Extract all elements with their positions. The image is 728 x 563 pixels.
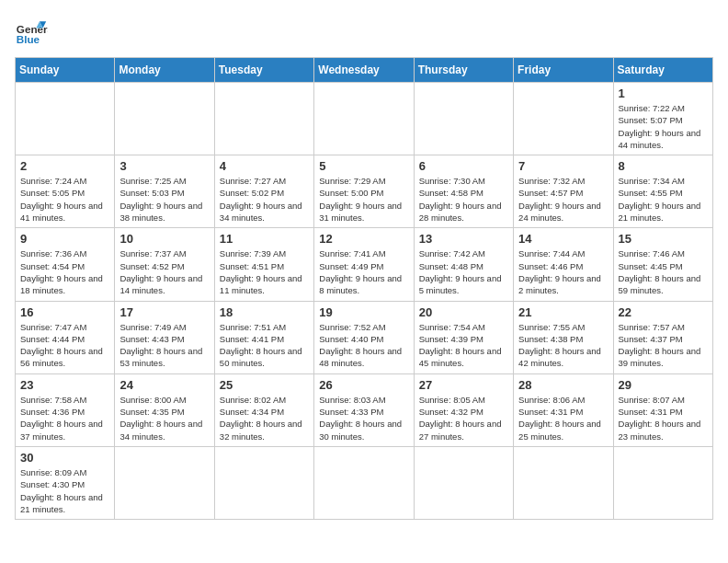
logo-icon: General Blue	[15, 15, 48, 48]
page-header: General Blue	[15, 15, 713, 48]
calendar-cell: 1Sunrise: 7:22 AM Sunset: 5:07 PM Daylig…	[613, 83, 712, 155]
column-header-tuesday: Tuesday	[214, 58, 313, 83]
day-info: Sunrise: 7:27 AM Sunset: 5:02 PM Dayligh…	[220, 175, 309, 224]
day-number: 5	[319, 159, 408, 173]
day-info: Sunrise: 7:44 AM Sunset: 4:46 PM Dayligh…	[518, 247, 608, 296]
calendar-cell: 22Sunrise: 7:57 AM Sunset: 4:37 PM Dayli…	[613, 301, 712, 373]
day-info: Sunrise: 7:58 AM Sunset: 4:36 PM Dayligh…	[20, 394, 109, 442]
calendar-cell: 11Sunrise: 7:39 AM Sunset: 4:51 PM Dayli…	[214, 228, 313, 301]
calendar-cell	[214, 83, 313, 155]
calendar-week-row: 16Sunrise: 7:47 AM Sunset: 4:44 PM Dayli…	[16, 301, 713, 373]
day-number: 8	[619, 159, 708, 173]
day-info: Sunrise: 8:02 AM Sunset: 4:34 PM Dayligh…	[220, 394, 309, 442]
column-header-thursday: Thursday	[414, 58, 513, 83]
day-number: 18	[220, 305, 309, 319]
day-number: 11	[220, 232, 309, 246]
day-number: 7	[518, 159, 608, 173]
calendar-cell: 13Sunrise: 7:42 AM Sunset: 4:48 PM Dayli…	[414, 228, 513, 301]
day-info: Sunrise: 7:39 AM Sunset: 4:51 PM Dayligh…	[220, 247, 309, 296]
day-number: 26	[319, 378, 408, 392]
column-header-friday: Friday	[514, 58, 613, 83]
calendar-cell: 18Sunrise: 7:51 AM Sunset: 4:41 PM Dayli…	[214, 301, 313, 373]
calendar-cell: 30Sunrise: 8:09 AM Sunset: 4:30 PM Dayli…	[16, 446, 115, 519]
calendar-cell: 20Sunrise: 7:54 AM Sunset: 4:39 PM Dayli…	[414, 301, 513, 373]
calendar-cell	[414, 83, 513, 155]
day-info: Sunrise: 7:47 AM Sunset: 4:44 PM Dayligh…	[20, 321, 109, 370]
day-info: Sunrise: 7:54 AM Sunset: 4:39 PM Dayligh…	[419, 321, 508, 370]
day-info: Sunrise: 8:03 AM Sunset: 4:33 PM Dayligh…	[319, 394, 408, 442]
day-number: 22	[619, 305, 708, 319]
column-header-saturday: Saturday	[613, 58, 712, 83]
day-number: 21	[518, 305, 608, 319]
calendar-cell	[514, 83, 613, 155]
column-header-sunday: Sunday	[16, 58, 115, 83]
day-number: 13	[419, 232, 508, 246]
day-info: Sunrise: 7:25 AM Sunset: 5:03 PM Dayligh…	[119, 175, 209, 224]
day-info: Sunrise: 8:06 AM Sunset: 4:31 PM Dayligh…	[518, 394, 608, 442]
day-number: 15	[619, 232, 708, 246]
calendar-cell: 26Sunrise: 8:03 AM Sunset: 4:33 PM Dayli…	[314, 373, 414, 446]
calendar-cell: 8Sunrise: 7:34 AM Sunset: 4:55 PM Daylig…	[613, 155, 712, 228]
day-info: Sunrise: 7:22 AM Sunset: 5:07 PM Dayligh…	[619, 102, 708, 151]
day-info: Sunrise: 7:52 AM Sunset: 4:40 PM Dayligh…	[319, 321, 408, 370]
day-info: Sunrise: 7:37 AM Sunset: 4:52 PM Dayligh…	[119, 247, 209, 296]
day-number: 19	[319, 305, 408, 319]
column-header-monday: Monday	[115, 58, 214, 83]
day-info: Sunrise: 8:05 AM Sunset: 4:32 PM Dayligh…	[419, 394, 508, 442]
day-number: 17	[119, 305, 209, 319]
day-number: 1	[619, 86, 708, 100]
day-number: 28	[518, 378, 608, 392]
calendar-week-row: 2Sunrise: 7:24 AM Sunset: 5:05 PM Daylig…	[16, 155, 713, 228]
calendar-week-row: 23Sunrise: 7:58 AM Sunset: 4:36 PM Dayli…	[16, 373, 713, 446]
calendar-cell	[16, 83, 115, 155]
day-info: Sunrise: 7:29 AM Sunset: 5:00 PM Dayligh…	[319, 175, 408, 224]
calendar-week-row: 9Sunrise: 7:36 AM Sunset: 4:54 PM Daylig…	[16, 228, 713, 301]
day-info: Sunrise: 7:34 AM Sunset: 4:55 PM Dayligh…	[619, 175, 708, 224]
day-number: 6	[419, 159, 508, 173]
column-header-wednesday: Wednesday	[314, 58, 414, 83]
calendar-week-row: 1Sunrise: 7:22 AM Sunset: 5:07 PM Daylig…	[16, 83, 713, 155]
day-info: Sunrise: 7:41 AM Sunset: 4:49 PM Dayligh…	[319, 247, 408, 296]
calendar-cell: 29Sunrise: 8:07 AM Sunset: 4:31 PM Dayli…	[613, 373, 712, 446]
calendar-cell	[314, 83, 414, 155]
calendar-cell: 9Sunrise: 7:36 AM Sunset: 4:54 PM Daylig…	[16, 228, 115, 301]
day-number: 25	[220, 378, 309, 392]
day-number: 27	[419, 378, 508, 392]
day-number: 14	[518, 232, 608, 246]
day-info: Sunrise: 7:42 AM Sunset: 4:48 PM Dayligh…	[419, 247, 508, 296]
day-number: 3	[119, 159, 209, 173]
day-info: Sunrise: 7:46 AM Sunset: 4:45 PM Dayligh…	[619, 247, 708, 296]
day-number: 4	[220, 159, 309, 173]
day-number: 29	[619, 378, 708, 392]
calendar-cell: 17Sunrise: 7:49 AM Sunset: 4:43 PM Dayli…	[115, 301, 214, 373]
calendar-cell	[115, 83, 214, 155]
calendar-cell: 5Sunrise: 7:29 AM Sunset: 5:00 PM Daylig…	[314, 155, 414, 228]
calendar-cell: 24Sunrise: 8:00 AM Sunset: 4:35 PM Dayli…	[115, 373, 214, 446]
calendar-cell: 21Sunrise: 7:55 AM Sunset: 4:38 PM Dayli…	[514, 301, 613, 373]
calendar-header-row: SundayMondayTuesdayWednesdayThursdayFrid…	[16, 58, 713, 83]
calendar-cell	[214, 446, 313, 519]
calendar-cell: 2Sunrise: 7:24 AM Sunset: 5:05 PM Daylig…	[16, 155, 115, 228]
calendar-cell: 12Sunrise: 7:41 AM Sunset: 4:49 PM Dayli…	[314, 228, 414, 301]
day-number: 16	[20, 305, 109, 319]
calendar-cell: 27Sunrise: 8:05 AM Sunset: 4:32 PM Dayli…	[414, 373, 513, 446]
calendar-table: SundayMondayTuesdayWednesdayThursdayFrid…	[15, 57, 713, 520]
calendar-cell: 6Sunrise: 7:30 AM Sunset: 4:58 PM Daylig…	[414, 155, 513, 228]
day-number: 20	[419, 305, 508, 319]
calendar-week-row: 30Sunrise: 8:09 AM Sunset: 4:30 PM Dayli…	[16, 446, 713, 519]
day-info: Sunrise: 7:55 AM Sunset: 4:38 PM Dayligh…	[518, 321, 608, 370]
day-info: Sunrise: 7:49 AM Sunset: 4:43 PM Dayligh…	[119, 321, 209, 370]
calendar-cell: 15Sunrise: 7:46 AM Sunset: 4:45 PM Dayli…	[613, 228, 712, 301]
calendar-cell: 10Sunrise: 7:37 AM Sunset: 4:52 PM Dayli…	[115, 228, 214, 301]
day-info: Sunrise: 8:09 AM Sunset: 4:30 PM Dayligh…	[20, 466, 109, 515]
calendar-cell: 3Sunrise: 7:25 AM Sunset: 5:03 PM Daylig…	[115, 155, 214, 228]
calendar-cell: 19Sunrise: 7:52 AM Sunset: 4:40 PM Dayli…	[314, 301, 414, 373]
day-number: 2	[20, 159, 109, 173]
day-info: Sunrise: 8:00 AM Sunset: 4:35 PM Dayligh…	[119, 394, 209, 442]
calendar-cell: 16Sunrise: 7:47 AM Sunset: 4:44 PM Dayli…	[16, 301, 115, 373]
day-info: Sunrise: 8:07 AM Sunset: 4:31 PM Dayligh…	[619, 394, 708, 442]
day-number: 12	[319, 232, 408, 246]
day-info: Sunrise: 7:30 AM Sunset: 4:58 PM Dayligh…	[419, 175, 508, 224]
day-number: 23	[20, 378, 109, 392]
calendar-cell: 14Sunrise: 7:44 AM Sunset: 4:46 PM Dayli…	[514, 228, 613, 301]
